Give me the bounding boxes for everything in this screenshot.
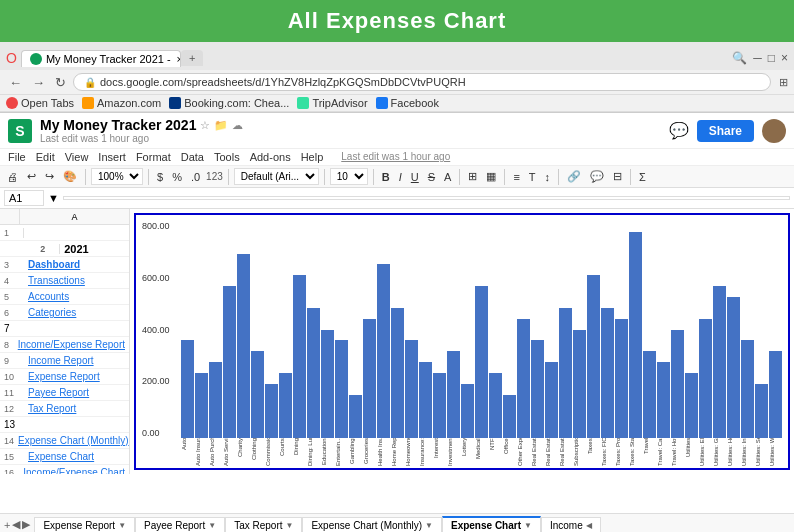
menu-data[interactable]: Data bbox=[181, 151, 204, 163]
menu-format[interactable]: Format bbox=[136, 151, 171, 163]
menu-addons[interactable]: Add-ons bbox=[250, 151, 291, 163]
bookmark-amazon[interactable]: Amazon.com bbox=[82, 97, 161, 109]
x-axis-label: Interest bbox=[433, 438, 446, 466]
sidebar-row-empty3: 13 bbox=[0, 417, 129, 433]
comment-btn[interactable]: 💬 bbox=[587, 169, 607, 184]
bookmark-facebook[interactable]: Facebook bbox=[376, 97, 439, 109]
forward-button[interactable]: → bbox=[29, 74, 48, 91]
formula-input[interactable] bbox=[63, 196, 790, 200]
redo-icon[interactable]: ↪ bbox=[42, 169, 57, 184]
x-axis-label: Commission bbox=[265, 438, 278, 466]
search-icon[interactable]: 🔍 bbox=[732, 51, 747, 65]
italic-btn[interactable]: I bbox=[396, 170, 405, 184]
chart-bar bbox=[755, 384, 768, 438]
y-label-800: 800.00 bbox=[142, 221, 177, 231]
bold-btn[interactable]: B bbox=[379, 170, 393, 184]
menu-view[interactable]: View bbox=[65, 151, 89, 163]
filter-btn[interactable]: ⊟ bbox=[610, 169, 625, 184]
x-axis-label: Groceries bbox=[363, 438, 376, 466]
tab-expense-chart-monthly[interactable]: Expense Chart (Monthly) ▼ bbox=[302, 517, 442, 533]
print-icon[interactable]: 🖨 bbox=[4, 170, 21, 184]
extensions-icon: ⊞ bbox=[779, 76, 788, 89]
sidebar-item-income-expense-report[interactable]: 8 Income/Expense Report bbox=[0, 337, 129, 353]
chart-bar bbox=[587, 275, 600, 438]
share-button[interactable]: Share bbox=[697, 120, 754, 142]
tab-expense-report[interactable]: Expense Report ▼ bbox=[34, 517, 135, 533]
tab-income[interactable]: Income ◀ bbox=[541, 517, 601, 533]
chat-icon[interactable]: 💬 bbox=[669, 121, 689, 140]
sidebar-item-income-expense-chart[interactable]: 16 Income/Expense Chart bbox=[0, 465, 129, 474]
sidebar-item-tax-report[interactable]: 12 Tax Report bbox=[0, 401, 129, 417]
sidebar-item-categories[interactable]: 6 Categories bbox=[0, 305, 129, 321]
back-button[interactable]: ← bbox=[6, 74, 25, 91]
inactive-tab: + bbox=[181, 50, 203, 66]
bookmark-tripadvisor[interactable]: TripAdvisor bbox=[297, 97, 367, 109]
formula-expand-icon[interactable]: ▼ bbox=[48, 192, 59, 204]
tab-tax-report[interactable]: Tax Report ▼ bbox=[225, 517, 302, 533]
currency-btn[interactable]: $ bbox=[154, 170, 166, 184]
sidebar-label: Income/Expense Report bbox=[18, 339, 125, 350]
sidebar-item-accounts[interactable]: 5 Accounts bbox=[0, 289, 129, 305]
chart-bars bbox=[181, 221, 782, 438]
tab-payee-report[interactable]: Payee Report ▼ bbox=[135, 517, 225, 533]
tab-expense-chart[interactable]: Expense Chart ▼ bbox=[442, 516, 541, 532]
minimize-icon[interactable]: ─ bbox=[753, 51, 762, 65]
undo-icon[interactable]: ↩ bbox=[24, 169, 39, 184]
decimal-btn[interactable]: .0 bbox=[188, 170, 203, 184]
last-edit-link[interactable]: Last edit was 1 hour ago bbox=[341, 151, 450, 163]
x-axis-label: Investment Fe... bbox=[447, 438, 460, 466]
menu-insert[interactable]: Insert bbox=[98, 151, 126, 163]
function-btn[interactable]: Σ bbox=[636, 170, 649, 184]
row-num: 6 bbox=[4, 308, 24, 318]
font-size-select[interactable]: 10 bbox=[330, 168, 368, 185]
sidebar-item-expense-chart[interactable]: 15 Expense Chart bbox=[0, 449, 129, 465]
merge-btn[interactable]: ⊞ bbox=[465, 169, 480, 184]
x-axis-label: Dining bbox=[293, 438, 306, 466]
x-axis-label: Real Estate I... bbox=[559, 438, 572, 466]
sidebar-item-payee-report[interactable]: 11 Payee Report bbox=[0, 385, 129, 401]
menu-file[interactable]: File bbox=[8, 151, 26, 163]
link-btn[interactable]: 🔗 bbox=[564, 169, 584, 184]
refresh-button[interactable]: ↻ bbox=[52, 74, 69, 91]
menu-edit[interactable]: Edit bbox=[36, 151, 55, 163]
chart-bar bbox=[349, 395, 362, 438]
chart-bar bbox=[405, 340, 418, 438]
percent-btn[interactable]: % bbox=[169, 170, 185, 184]
menu-tools[interactable]: Tools bbox=[214, 151, 240, 163]
strikethrough-btn[interactable]: S bbox=[425, 170, 438, 184]
paintformat-icon[interactable]: 🎨 bbox=[60, 169, 80, 184]
bookmark-label: Open Tabs bbox=[21, 97, 74, 109]
star-icon[interactable]: ☆ bbox=[200, 119, 210, 132]
avatar[interactable] bbox=[762, 119, 786, 143]
sidebar-item-expense-report[interactable]: 10 Expense Report bbox=[0, 369, 129, 385]
add-sheet-btn[interactable]: + bbox=[4, 519, 10, 531]
sidebar-item-transactions[interactable]: 4 Transactions bbox=[0, 273, 129, 289]
text-color-btn[interactable]: A bbox=[441, 170, 454, 184]
bookmark-open-tabs[interactable]: Open Tabs bbox=[6, 97, 74, 109]
menu-help[interactable]: Help bbox=[301, 151, 324, 163]
zoom-select[interactable]: 100% bbox=[91, 168, 143, 185]
bookmark-booking[interactable]: Booking.com: Chea... bbox=[169, 97, 289, 109]
sheets-nav-left[interactable]: ◀ bbox=[12, 518, 20, 531]
sheets-nav-right[interactable]: ▶ bbox=[22, 518, 30, 531]
active-tab[interactable]: My Money Tracker 2021 - × bbox=[21, 50, 181, 67]
sidebar-item-expense-chart-monthly[interactable]: 14 Expense Chart (Monthly) bbox=[0, 433, 129, 449]
sidebar-item-income-report[interactable]: 9 Income Report bbox=[0, 353, 129, 369]
borders-btn[interactable]: ▦ bbox=[483, 169, 499, 184]
underline-btn[interactable]: U bbox=[408, 170, 422, 184]
tab-label: Expense Chart bbox=[451, 520, 521, 531]
x-axis-label: Gambling bbox=[349, 438, 362, 466]
tab-chevron: ▼ bbox=[524, 521, 532, 530]
cell-reference-input[interactable] bbox=[4, 190, 44, 206]
x-axis-label: Taxes bbox=[587, 438, 600, 466]
align-center-btn[interactable]: T bbox=[526, 170, 539, 184]
font-select[interactable]: Default (Ari... bbox=[234, 168, 319, 185]
sidebar-item-dashboard[interactable]: 3 Dashboard bbox=[0, 257, 129, 273]
address-bar[interactable]: 🔒 docs.google.com/spreadsheets/d/1YhZV8H… bbox=[73, 73, 771, 91]
wrap-btn[interactable]: ↕ bbox=[542, 170, 554, 184]
bookmark-favicon bbox=[82, 97, 94, 109]
align-left-btn[interactable]: ≡ bbox=[510, 170, 522, 184]
sheets-title-area: My Money Tracker 2021 ☆ 📁 ☁ Last edit wa… bbox=[40, 117, 661, 144]
close-icon[interactable]: × bbox=[781, 51, 788, 65]
restore-icon[interactable]: □ bbox=[768, 51, 775, 65]
